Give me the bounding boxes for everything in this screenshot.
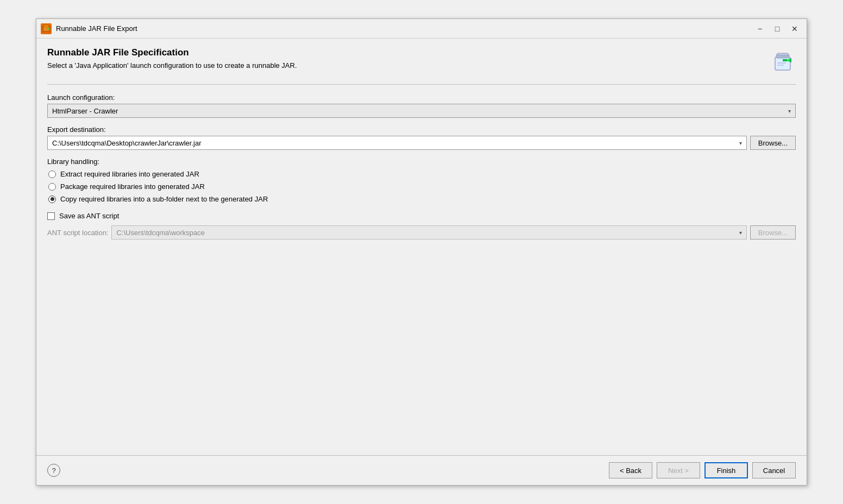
save-ant-row[interactable]: Save as ANT script xyxy=(47,212,796,220)
finish-button[interactable]: Finish xyxy=(704,462,748,478)
launch-config-arrow-icon: ▾ xyxy=(788,108,791,114)
help-button[interactable]: ? xyxy=(47,464,60,477)
launch-config-label: Launch configuration: xyxy=(47,93,796,102)
launch-config-dropdown[interactable]: HtmlParser - Crawler ▾ xyxy=(47,104,796,118)
library-handling-label: Library handling: xyxy=(47,158,796,166)
export-dest-row: C:\Users\tdcqma\Desktop\crawlerJar\crawl… xyxy=(47,136,796,150)
radio-package-circle xyxy=(48,183,56,191)
title-bar: Runnable JAR File Export − □ ✕ xyxy=(36,19,807,39)
header-divider xyxy=(47,84,796,85)
back-button[interactable]: < Back xyxy=(609,462,652,478)
launch-config-row: HtmlParser - Crawler ▾ xyxy=(47,104,796,118)
header-text: Runnable JAR File Specification Select a… xyxy=(47,47,763,70)
jar-icon xyxy=(770,47,796,73)
maximize-button[interactable]: □ xyxy=(770,22,785,35)
export-dest-browse-button[interactable]: Browse... xyxy=(750,136,796,150)
radio-package-label: Package required libraries into generate… xyxy=(60,182,205,191)
window-title: Runnable JAR File Export xyxy=(56,24,752,33)
svg-rect-2 xyxy=(43,27,49,31)
ant-script-input: C:\Users\tdcqma\workspace ▾ xyxy=(111,225,746,240)
next-button: Next > xyxy=(657,462,700,478)
form-section: Launch configuration: HtmlParser - Crawl… xyxy=(47,93,796,446)
radio-package[interactable]: Package required libraries into generate… xyxy=(48,182,796,191)
ant-script-arrow-icon: ▾ xyxy=(739,230,742,236)
subtitle: Select a 'Java Application' launch confi… xyxy=(47,61,763,70)
launch-config-value: HtmlParser - Crawler xyxy=(52,107,118,115)
export-dest-value: C:\Users\tdcqma\Desktop\crawlerJar\crawl… xyxy=(52,139,202,147)
export-dest-label: Export destination: xyxy=(47,125,796,134)
svg-rect-11 xyxy=(777,62,786,64)
library-handling-radio-group: Extract required libraries into generate… xyxy=(47,170,796,203)
minimize-button[interactable]: − xyxy=(752,22,767,35)
radio-extract-circle xyxy=(48,171,56,178)
ant-script-value: C:\Users\tdcqma\workspace xyxy=(116,229,205,237)
ant-script-location-label: ANT script location: xyxy=(47,229,108,237)
radio-copy-label: Copy required libraries into a sub-folde… xyxy=(60,195,268,203)
save-ant-checkbox[interactable] xyxy=(47,212,55,220)
export-dest-input[interactable]: C:\Users\tdcqma\Desktop\crawlerJar\crawl… xyxy=(47,136,747,150)
header-section: Runnable JAR File Specification Select a… xyxy=(47,47,796,73)
content-area: Runnable JAR File Specification Select a… xyxy=(36,39,807,455)
ant-script-row: ANT script location: C:\Users\tdcqma\wor… xyxy=(47,225,796,240)
ant-browse-button: Browse... xyxy=(750,225,796,240)
svg-rect-12 xyxy=(777,65,784,66)
footer-buttons: < Back Next > Finish Cancel xyxy=(609,462,796,478)
export-dest-arrow-icon: ▾ xyxy=(739,140,742,146)
svg-rect-10 xyxy=(783,59,787,61)
window-controls: − □ ✕ xyxy=(752,22,802,35)
main-title: Runnable JAR File Specification xyxy=(47,47,763,58)
svg-rect-7 xyxy=(777,53,788,55)
radio-extract[interactable]: Extract required libraries into generate… xyxy=(48,170,796,178)
radio-copy[interactable]: Copy required libraries into a sub-folde… xyxy=(48,195,796,203)
main-window: Runnable JAR File Export − □ ✕ Runnable … xyxy=(36,18,807,486)
radio-extract-label: Extract required libraries into generate… xyxy=(60,170,199,178)
svg-point-1 xyxy=(43,24,49,27)
radio-copy-circle xyxy=(48,196,56,203)
save-ant-label: Save as ANT script xyxy=(59,212,119,220)
window-icon xyxy=(41,23,52,34)
close-button[interactable]: ✕ xyxy=(787,22,802,35)
cancel-button[interactable]: Cancel xyxy=(752,462,796,478)
footer-area: ? < Back Next > Finish Cancel xyxy=(36,455,807,485)
